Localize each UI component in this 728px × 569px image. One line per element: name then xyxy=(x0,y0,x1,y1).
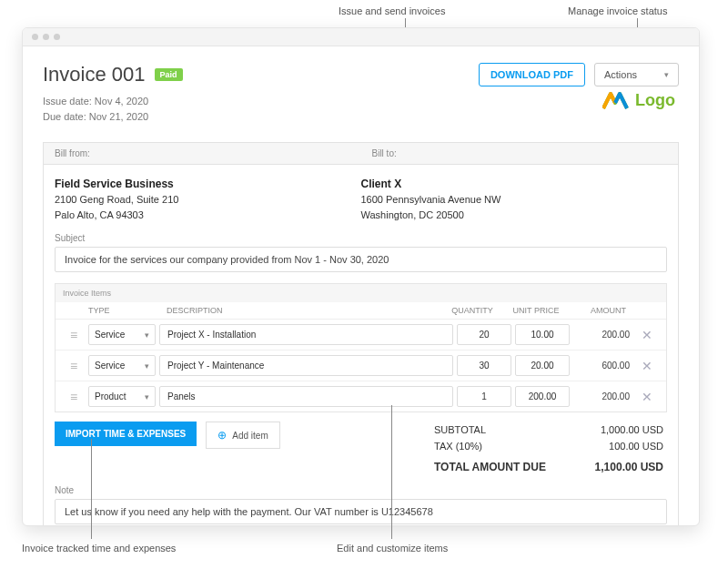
col-description: DESCRIPTION xyxy=(161,306,440,315)
bill-from-line1: 2100 Geng Road, Suite 210 xyxy=(55,194,178,205)
item-description-input[interactable]: Project X - Installation xyxy=(159,324,453,345)
logo-text: Logo xyxy=(635,91,675,110)
annotation-line xyxy=(91,439,92,539)
chevron-down-icon: ▾ xyxy=(664,70,669,79)
bill-from-label: Bill from: xyxy=(44,143,361,164)
table-row: ≡ Service▾ Project X - Installation 20 1… xyxy=(56,320,666,351)
invoice-window: Invoice 001 Paid DOWNLOAD PDF Actions ▾ … xyxy=(22,27,700,526)
items-section-label: Invoice Items xyxy=(56,284,666,302)
item-quantity-input[interactable]: 30 xyxy=(457,355,511,376)
bill-from-address: Field Service Business 2100 Geng Road, S… xyxy=(55,176,361,222)
bill-to-name: Client X xyxy=(361,178,402,190)
bill-to-label: Bill to: xyxy=(361,143,679,164)
annotation-line xyxy=(391,405,392,539)
bill-to-line1: 1600 Pennsylvania Avenue NW xyxy=(361,194,501,205)
annotation-import: Invoice tracked time and expenses xyxy=(22,543,176,554)
subject-label: Subject xyxy=(44,233,678,243)
item-amount: 200.00 xyxy=(573,391,632,401)
subtotal-label: SUBTOTAL xyxy=(434,424,486,435)
logo-icon xyxy=(602,90,630,110)
totals-block: SUBTOTAL1,000.00 USD TAX (10%)100.00 USD… xyxy=(430,422,667,476)
note-input[interactable]: Let us know if you need any help with th… xyxy=(55,499,667,524)
brand-logo: Logo xyxy=(602,90,675,110)
invoice-items-table: Invoice Items TYPE DESCRIPTION QUANTITY … xyxy=(55,283,667,412)
bill-to-address: Client X 1600 Pennsylvania Avenue NW Was… xyxy=(361,176,668,222)
item-amount: 200.00 xyxy=(573,330,632,340)
col-amount: AMOUNT xyxy=(568,306,632,315)
status-badge: Paid xyxy=(155,68,183,81)
bill-to-line2: Washington, DC 20500 xyxy=(361,209,464,220)
delete-row-icon[interactable]: ✕ xyxy=(635,328,659,342)
window-titlebar xyxy=(23,28,699,46)
annotation-issue-send: Issue and send invoices xyxy=(339,5,445,16)
actions-dropdown[interactable]: Actions ▾ xyxy=(594,63,679,86)
total-label: TOTAL AMOUNT DUE xyxy=(434,461,546,473)
bill-from-name: Field Service Business xyxy=(55,178,174,190)
annotation-manage-status: Manage invoice status xyxy=(568,5,667,16)
item-amount: 600.00 xyxy=(573,361,632,371)
import-time-expenses-button[interactable]: IMPORT TIME & EXPENSES xyxy=(55,422,197,446)
invoice-dates: Issue date: Nov 4, 2020 Due date: Nov 21… xyxy=(43,94,679,124)
item-unit-price-input[interactable]: 20.00 xyxy=(515,355,570,376)
issue-date: Issue date: Nov 4, 2020 xyxy=(43,94,679,109)
item-quantity-input[interactable]: 1 xyxy=(457,386,511,407)
item-type-select[interactable]: Service▾ xyxy=(88,324,156,345)
item-unit-price-input[interactable]: 10.00 xyxy=(515,324,570,345)
annotation-edit-items: Edit and customize items xyxy=(337,543,448,554)
window-dot xyxy=(54,34,60,40)
item-description-input[interactable]: Panels xyxy=(159,386,453,407)
delete-row-icon[interactable]: ✕ xyxy=(635,359,659,373)
download-pdf-button[interactable]: DOWNLOAD PDF xyxy=(479,63,585,86)
drag-handle-icon[interactable]: ≡ xyxy=(63,390,85,404)
item-type-select[interactable]: Product▾ xyxy=(88,386,156,407)
tax-value: 100.00 USD xyxy=(609,441,663,452)
col-quantity: QUANTITY xyxy=(440,306,504,315)
window-dot xyxy=(43,34,49,40)
due-date: Due date: Nov 21, 2020 xyxy=(43,109,679,125)
subtotal-value: 1,000.00 USD xyxy=(601,424,663,435)
bill-from-line2: Palo Alto, CA 94303 xyxy=(55,209,144,220)
actions-label: Actions xyxy=(604,69,637,80)
table-row: ≡ Product▾ Panels 1 200.00 200.00 ✕ xyxy=(56,381,666,412)
note-label: Note xyxy=(44,485,678,495)
col-type: TYPE xyxy=(88,306,161,315)
window-dot xyxy=(32,34,38,40)
table-row: ≡ Service▾ Project Y - Maintenance 30 20… xyxy=(56,351,666,381)
invoice-panel: Bill from: Bill to: Field Service Busine… xyxy=(43,142,679,526)
col-unit-price: UNIT PRICE xyxy=(504,306,568,315)
item-type-select[interactable]: Service▾ xyxy=(88,355,156,376)
plus-circle-icon: ⊕ xyxy=(217,429,227,442)
delete-row-icon[interactable]: ✕ xyxy=(635,390,659,404)
subject-input[interactable]: Invoice for the services our company pro… xyxy=(55,247,667,272)
invoice-title: Invoice 001 xyxy=(43,63,146,86)
add-item-label: Add item xyxy=(232,431,268,441)
tax-label: TAX (10%) xyxy=(434,441,482,452)
item-description-input[interactable]: Project Y - Maintenance xyxy=(159,355,453,376)
add-item-button[interactable]: ⊕ Add item xyxy=(206,422,279,449)
item-quantity-input[interactable]: 20 xyxy=(457,324,511,345)
drag-handle-icon[interactable]: ≡ xyxy=(63,359,85,373)
item-unit-price-input[interactable]: 200.00 xyxy=(515,386,570,407)
drag-handle-icon[interactable]: ≡ xyxy=(63,328,85,342)
total-value: 1,100.00 USD xyxy=(595,461,663,473)
